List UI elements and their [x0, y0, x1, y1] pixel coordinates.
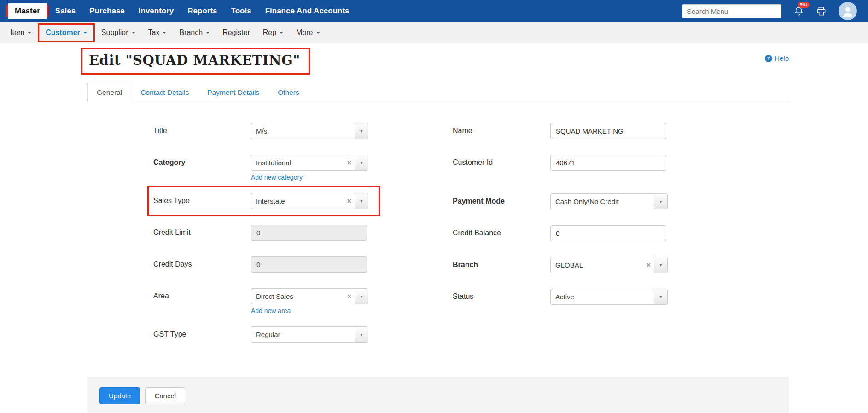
title-select[interactable]: M/s ▾: [251, 123, 368, 139]
subnav-item-branch[interactable]: Branch: [173, 25, 216, 41]
chevron-down-icon[interactable]: ▾: [355, 193, 368, 209]
category-label: Category: [153, 155, 251, 167]
search-input[interactable]: [682, 4, 781, 18]
form-row-gst-type: GST Type Regular ▾: [153, 326, 368, 343]
customer-id-input[interactable]: [550, 155, 666, 171]
nav-item-inventory[interactable]: Inventory: [132, 6, 181, 16]
status-select[interactable]: Active ▾: [550, 289, 668, 305]
chevron-down-icon: [83, 32, 87, 35]
top-navbar: Master Sales Purchase Inventory Reports …: [0, 0, 868, 22]
category-select[interactable]: Institutional × ▾: [251, 155, 368, 171]
form-row-sales-type: Sales Type Interstate × ▾: [153, 193, 368, 209]
sub-navbar: Item Customer Supplier Tax Branch Regist…: [0, 22, 868, 43]
chevron-down-icon: [316, 32, 320, 35]
payment-mode-label: Payment Mode: [453, 193, 550, 205]
credit-days-label: Credit Days: [153, 256, 251, 268]
form-row-name: Name: [453, 123, 692, 139]
gst-type-label: GST Type: [153, 326, 251, 338]
add-new-area-link[interactable]: Add new area: [251, 307, 368, 314]
subnav-item-customer[interactable]: Customer: [39, 25, 93, 41]
nav-item-tools[interactable]: Tools: [224, 6, 258, 16]
help-icon: ?: [765, 55, 772, 62]
tab-others[interactable]: Others: [268, 83, 309, 102]
customer-edit-form: Title M/s ▾ Category Institutional ×: [87, 123, 789, 358]
clear-icon[interactable]: ×: [344, 292, 355, 301]
tab-bar: General Contact Details Payment Details …: [87, 83, 789, 102]
subnav-item-item[interactable]: Item: [4, 25, 38, 41]
gst-type-select[interactable]: Regular ▾: [251, 326, 368, 343]
credit-balance-label: Credit Balance: [453, 225, 550, 237]
printer-icon: [816, 6, 827, 17]
chevron-down-icon[interactable]: ▾: [355, 123, 368, 139]
nav-item-finance-and-accounts[interactable]: Finance And Accounts: [258, 6, 356, 16]
title-row: Edit "SQUAD MARKETING" ? Help: [87, 48, 789, 75]
chevron-down-icon[interactable]: ▾: [355, 289, 368, 304]
form-column-right: Name Customer Id Payment Mode Cash: [453, 123, 692, 358]
annotation-box: Master: [6, 5, 48, 17]
update-button[interactable]: Update: [99, 387, 140, 404]
page-title: Edit "SQUAD MARKETING": [89, 52, 300, 68]
payment-mode-select[interactable]: Cash Only/No Credit ▾: [550, 193, 668, 209]
subnav-item-supplier[interactable]: Supplier: [95, 25, 142, 41]
chevron-down-icon: [163, 32, 166, 35]
nav-item-master[interactable]: Master: [8, 3, 47, 19]
chevron-down-icon: [206, 32, 210, 35]
nav-item-purchase[interactable]: Purchase: [82, 6, 132, 16]
subnav-item-tax[interactable]: Tax: [142, 25, 173, 41]
tab-contact-details[interactable]: Contact Details: [131, 83, 198, 102]
credit-limit-input: [251, 225, 367, 241]
name-label: Name: [453, 123, 550, 135]
clear-icon[interactable]: ×: [344, 159, 355, 167]
form-row-payment-mode: Payment Mode Cash Only/No Credit ▾: [453, 193, 692, 209]
annotation-box: Edit "SQUAD MARKETING": [81, 48, 310, 75]
chevron-down-icon[interactable]: ▾: [355, 155, 368, 170]
credit-days-input: [251, 256, 367, 273]
form-row-credit-balance: Credit Balance: [453, 225, 692, 241]
chevron-down-icon: [28, 32, 31, 35]
user-avatar[interactable]: [839, 2, 857, 20]
chevron-down-icon: [132, 32, 135, 35]
tab-general[interactable]: General: [87, 83, 131, 102]
branch-label: Branch: [453, 257, 550, 269]
nav-item-sales[interactable]: Sales: [48, 6, 82, 16]
cancel-button[interactable]: Cancel: [145, 387, 185, 404]
form-action-bar: Update Cancel: [87, 377, 789, 413]
chevron-down-icon[interactable]: ▾: [654, 289, 667, 304]
chevron-down-icon[interactable]: ▾: [355, 327, 368, 342]
form-row-credit-limit: Credit Limit: [153, 225, 368, 241]
top-navbar-right: 99+: [682, 2, 862, 20]
name-input[interactable]: [550, 123, 666, 139]
clear-icon[interactable]: ×: [344, 197, 355, 205]
add-new-category-link[interactable]: Add new category: [251, 174, 368, 181]
chevron-down-icon[interactable]: ▾: [654, 257, 667, 273]
customer-id-label: Customer Id: [453, 155, 550, 167]
chevron-down-icon[interactable]: ▾: [654, 194, 667, 209]
area-label: Area: [153, 288, 251, 300]
branch-select[interactable]: GLOBAL × ▾: [550, 257, 668, 273]
subnav-item-register[interactable]: Register: [216, 25, 256, 41]
sales-type-select[interactable]: Interstate × ▾: [251, 193, 368, 209]
form-row-branch: Branch GLOBAL × ▾: [453, 257, 692, 273]
form-row-credit-days: Credit Days: [153, 256, 368, 273]
title-label: Title: [153, 123, 251, 135]
form-row-customer-id: Customer Id: [453, 155, 692, 171]
print-button[interactable]: [816, 6, 827, 17]
form-row-status: Status Active ▾: [453, 289, 692, 305]
notifications-button[interactable]: 99+: [793, 6, 804, 17]
form-row-area: Area Direct Sales × ▾ Add new area: [153, 288, 368, 314]
person-icon: [841, 5, 854, 17]
form-column-left: Title M/s ▾ Category Institutional ×: [153, 123, 368, 358]
subnav-item-more[interactable]: More: [290, 25, 326, 41]
app-window: Master Sales Purchase Inventory Reports …: [0, 0, 868, 413]
chevron-down-icon: [280, 32, 283, 35]
form-row-title: Title M/s ▾: [153, 123, 368, 139]
area-select[interactable]: Direct Sales × ▾: [251, 288, 368, 304]
subnav-item-rep[interactable]: Rep: [256, 25, 290, 41]
nav-item-reports[interactable]: Reports: [181, 6, 224, 16]
form-row-category: Category Institutional × ▾ Add new categ…: [153, 155, 368, 181]
clear-icon[interactable]: ×: [643, 261, 654, 269]
tab-payment-details[interactable]: Payment Details: [198, 83, 268, 102]
help-link[interactable]: ? Help: [765, 54, 789, 62]
credit-balance-input[interactable]: [550, 225, 666, 241]
notification-badge: 99+: [798, 2, 810, 8]
